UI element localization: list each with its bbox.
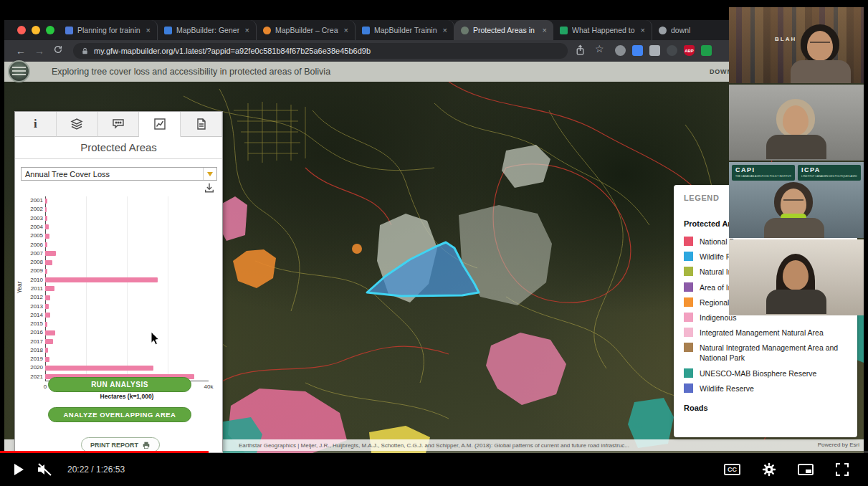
legend-swatch — [684, 383, 693, 393]
analysis-type-dropdown[interactable]: Annual Tree Cover Loss — [21, 167, 217, 181]
chart-year-label: 2006 — [15, 242, 45, 248]
chart-row: 2016 — [15, 328, 210, 337]
webcam-participant-2[interactable] — [729, 85, 864, 161]
legend-item: Natural Integrated Management Area and N… — [684, 343, 847, 363]
extension-avatar-icon[interactable] — [615, 45, 626, 56]
refresh-button[interactable] — [49, 40, 67, 62]
panel-tab-info[interactable]: i — [15, 112, 57, 137]
play-button[interactable] — [13, 463, 24, 476]
download-icon — [204, 182, 215, 194]
miniplayer-icon — [798, 463, 814, 476]
browser-tab[interactable]: What Happened to× — [553, 20, 652, 40]
panel-tab-comments[interactable] — [98, 112, 140, 137]
legend-label: Integrated Management Natural Area — [700, 328, 824, 338]
chart-bar — [45, 313, 50, 318]
time-display: 20:22 / 1:26:53 — [67, 464, 125, 475]
webcam-participant-4[interactable] — [729, 239, 864, 315]
chart-year-label: 2020 — [15, 365, 45, 371]
cc-label: CC — [728, 466, 737, 473]
address-bar[interactable]: my.gfw-mapbuilder.org/v1.latest/?appid=a… — [73, 43, 568, 59]
chart-year-label: 2001 — [15, 198, 45, 204]
extension-dark-icon[interactable] — [667, 45, 677, 56]
miniplayer-button[interactable] — [798, 463, 814, 476]
play-icon — [13, 463, 24, 476]
chart-icon — [153, 118, 166, 130]
video-player: Planning for trainin×MapBuilder: Gener×M… — [0, 0, 868, 486]
browser-tab[interactable]: Protected Areas in× — [454, 20, 553, 40]
chart-bar — [45, 295, 50, 300]
legend-swatch — [684, 297, 693, 307]
browser-tab[interactable]: Planning for trainin× — [59, 20, 158, 40]
tab-title: Protected Areas in — [473, 26, 537, 34]
download-chart-button[interactable] — [204, 182, 215, 196]
chart-bar — [45, 357, 49, 362]
analyze-overlapping-area-button[interactable]: ANALYZE OVERLAPPING AREA — [48, 407, 191, 422]
chart-x-tick: 40k — [204, 383, 214, 390]
app-title: Exploring tree cover loss and accessibil… — [52, 62, 330, 82]
panel-tab-analysis[interactable] — [139, 112, 181, 137]
run-analysis-button[interactable]: RUN ANALYSIS — [48, 377, 191, 392]
back-button[interactable]: ← — [11, 40, 30, 62]
legend-item: UNESCO-MAB Biosphere Reserve — [684, 368, 847, 378]
icpa-logo-subtext: L'INSTITUT CANADIEN DES POLITIQUES AGROA… — [801, 175, 857, 178]
chart-year-label: 2007 — [15, 251, 45, 257]
legend-swatch — [684, 237, 693, 246]
layers-icon — [70, 118, 83, 130]
chart-row: 2014 — [15, 311, 210, 320]
participant-4-silhouette — [771, 254, 822, 314]
legend-swatch — [684, 328, 693, 337]
chart-year-label: 2002 — [15, 206, 45, 212]
url-text: my.gfw-mapbuilder.org/v1.latest/?appid=a… — [94, 47, 371, 55]
tab-title: MapBuilder – Creat — [275, 26, 338, 34]
window-zoom-button[interactable] — [46, 26, 54, 34]
icpa-logo-text: ICPA — [801, 167, 857, 173]
extension-blue-icon[interactable] — [632, 45, 643, 56]
browser-tab[interactable]: MapBuilder Training× — [356, 20, 454, 40]
institute-logos: CAPI THE CANADIAN AGRI-FOOD POLICY INSTI… — [732, 165, 861, 181]
share-button[interactable] — [575, 44, 586, 58]
panel-tab-report[interactable] — [181, 112, 222, 137]
fullscreen-icon — [835, 462, 849, 477]
mute-button[interactable] — [36, 462, 53, 477]
webcam-participant-1[interactable]: BLAH — [729, 7, 864, 83]
chart-row: 2013 — [15, 302, 210, 310]
forward-button[interactable]: → — [30, 40, 49, 62]
extension-green-icon[interactable] — [701, 45, 712, 56]
print-report-button[interactable]: PRINT REPORT — [81, 437, 160, 452]
lock-icon — [81, 47, 89, 55]
browser-tab[interactable]: MapBuilder: Gener× — [158, 20, 257, 40]
chart-year-label: 2008 — [15, 259, 45, 265]
chart-bar — [45, 199, 47, 204]
chart-row: 2007 — [15, 249, 210, 258]
tab-close-icon[interactable]: × — [442, 26, 447, 34]
window-close-button[interactable] — [17, 26, 26, 34]
chart-bar — [45, 260, 52, 265]
settings-button[interactable] — [762, 462, 776, 477]
webcam-participant-3[interactable]: CAPI THE CANADIAN AGRI-FOOD POLICY INSTI… — [729, 162, 864, 238]
chart-year-label: 2012 — [15, 295, 45, 300]
tab-title: downl — [671, 26, 734, 34]
fullscreen-button[interactable] — [835, 462, 849, 477]
chart-bar — [45, 286, 54, 291]
chart-year-label: 2016 — [15, 330, 45, 335]
chart-bar — [45, 216, 47, 221]
legend-swatch — [684, 282, 693, 292]
tab-close-icon[interactable]: × — [639, 26, 645, 34]
tab-favicon — [659, 27, 667, 34]
gear-icon — [762, 462, 776, 477]
chart-row: 2019 — [15, 355, 210, 363]
tab-close-icon[interactable]: × — [145, 26, 151, 34]
chart-x-tick: 0 — [44, 383, 47, 390]
bookmark-star-icon[interactable]: ☆ — [595, 43, 604, 54]
extension-keyboard-icon[interactable] — [649, 45, 660, 56]
window-minimize-button[interactable] — [32, 26, 40, 34]
legend-label: UNESCO-MAB Biosphere Reserve — [700, 368, 816, 378]
tab-close-icon[interactable]: × — [244, 26, 249, 34]
tab-close-icon[interactable]: × — [343, 26, 348, 34]
panel-tab-layers[interactable] — [57, 112, 98, 137]
tab-title: MapBuilder Training — [374, 26, 437, 34]
browser-tab[interactable]: MapBuilder – Creat× — [257, 20, 356, 40]
tab-close-icon[interactable]: × — [541, 26, 547, 34]
adblock-plus-icon[interactable]: ABP — [684, 45, 695, 56]
cc-button[interactable]: CC — [724, 464, 740, 475]
